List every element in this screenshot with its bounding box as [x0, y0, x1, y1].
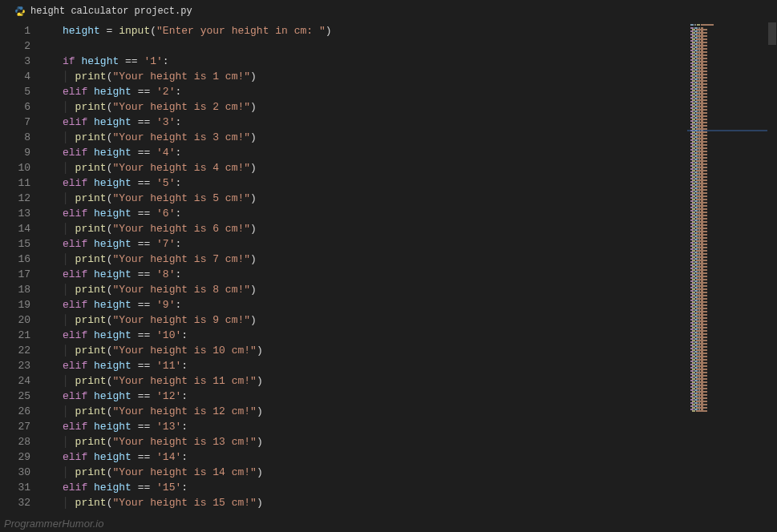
code-line[interactable]: elif height == '11': [63, 358, 687, 373]
line-number: 19 [0, 297, 30, 312]
code-line[interactable]: │ print("Your height is 15 cm!") [63, 495, 687, 510]
code-line[interactable]: elif height == '7': [63, 236, 687, 252]
code-area[interactable]: height = input("Enter your height in cm:… [45, 22, 687, 518]
line-number: 14 [0, 221, 30, 236]
watermark: ProgrammerHumor.io [4, 518, 104, 530]
code-line[interactable]: elif height == '13': [63, 419, 687, 434]
code-line[interactable]: elif height == '3': [63, 115, 687, 130]
line-number: 1 [0, 23, 30, 38]
line-number: 30 [0, 465, 30, 480]
line-number: 26 [0, 404, 30, 419]
line-number: 27 [0, 419, 30, 434]
line-number: 12 [0, 191, 30, 206]
line-number: 17 [0, 267, 30, 282]
line-number: 2 [0, 38, 30, 54]
code-line[interactable]: │ print("Your height is 1 cm!") [63, 69, 687, 84]
code-line[interactable] [63, 38, 687, 54]
code-line[interactable]: elif height == '12': [63, 389, 687, 404]
code-line[interactable]: elif height == '5': [63, 175, 687, 191]
minimap[interactable] [687, 22, 767, 518]
line-number: 28 [0, 434, 30, 449]
line-number: 23 [0, 358, 30, 373]
vertical-scrollbar[interactable] [767, 22, 777, 518]
code-line[interactable]: │ print("Your height is 4 cm!") [63, 160, 687, 175]
tab-bar: height calculator project.py [0, 0, 777, 22]
code-line[interactable]: elif height == '6': [63, 206, 687, 221]
code-line[interactable]: │ print("Your height is 2 cm!") [63, 99, 687, 115]
code-line[interactable]: elif height == '2': [63, 84, 687, 99]
scrollbar-thumb[interactable] [768, 22, 776, 45]
line-number: 11 [0, 175, 30, 191]
line-number: 9 [0, 145, 30, 160]
editor: 1234567891011121314151617181920212223242… [0, 22, 777, 518]
code-line[interactable]: if height == '1': [63, 54, 687, 69]
code-line[interactable]: elif height == '9': [63, 297, 687, 312]
line-number: 5 [0, 84, 30, 99]
line-number: 16 [0, 252, 30, 267]
line-number-gutter: 1234567891011121314151617181920212223242… [0, 22, 45, 518]
code-line[interactable]: │ print("Your height is 13 cm!") [63, 434, 687, 449]
code-line[interactable]: elif height == '15': [63, 480, 687, 495]
code-line[interactable]: │ print("Your height is 5 cm!") [63, 191, 687, 206]
code-line[interactable]: elif height == '8': [63, 267, 687, 282]
line-number: 22 [0, 343, 30, 358]
code-line[interactable]: │ print("Your height is 6 cm!") [63, 221, 687, 236]
line-number: 7 [0, 115, 30, 130]
line-number: 13 [0, 206, 30, 221]
line-number: 24 [0, 373, 30, 389]
code-line[interactable]: │ print("Your height is 7 cm!") [63, 252, 687, 267]
tab-filename: height calculator project.py [30, 6, 192, 17]
python-icon [14, 6, 26, 17]
code-line[interactable]: │ print("Your height is 9 cm!") [63, 312, 687, 328]
code-line[interactable]: │ print("Your height is 12 cm!") [63, 404, 687, 419]
code-line[interactable]: │ print("Your height is 8 cm!") [63, 282, 687, 297]
line-number: 15 [0, 236, 30, 252]
line-number: 25 [0, 389, 30, 404]
code-line[interactable]: │ print("Your height is 14 cm!") [63, 465, 687, 480]
code-line[interactable]: height = input("Enter your height in cm:… [63, 23, 687, 38]
line-number: 20 [0, 312, 30, 328]
line-number: 3 [0, 54, 30, 69]
line-number: 32 [0, 495, 30, 510]
line-number: 10 [0, 160, 30, 175]
line-number: 8 [0, 130, 30, 145]
line-number: 6 [0, 99, 30, 115]
tab-file[interactable]: height calculator project.py [6, 2, 200, 20]
line-number: 21 [0, 328, 30, 343]
line-number: 31 [0, 480, 30, 495]
code-line[interactable]: elif height == '4': [63, 145, 687, 160]
code-line[interactable]: │ print("Your height is 3 cm!") [63, 130, 687, 145]
code-line[interactable]: elif height == '10': [63, 328, 687, 343]
line-number: 4 [0, 69, 30, 84]
code-line[interactable]: │ print("Your height is 10 cm!") [63, 343, 687, 358]
line-number: 29 [0, 449, 30, 465]
code-line[interactable]: │ print("Your height is 11 cm!") [63, 373, 687, 389]
code-line[interactable]: elif height == '14': [63, 449, 687, 465]
line-number: 18 [0, 282, 30, 297]
